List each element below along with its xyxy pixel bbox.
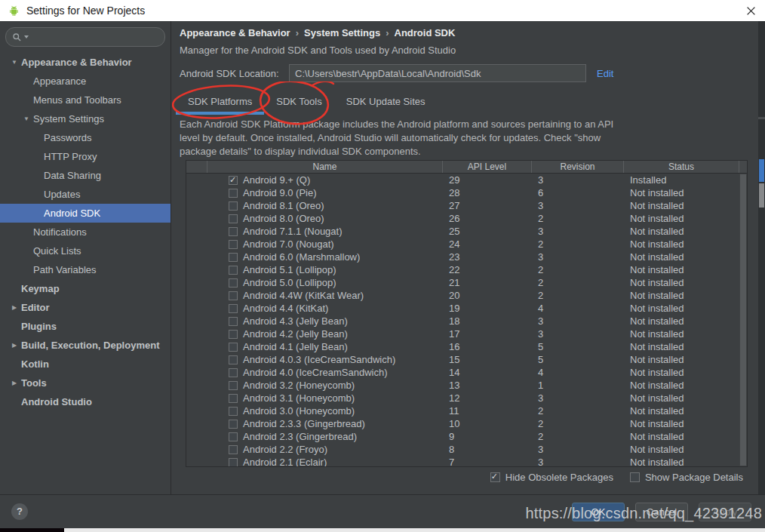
chevron-down-icon[interactable]: ▼	[8, 53, 21, 72]
tab-sdk-update-sites[interactable]: SDK Update Sites	[334, 91, 438, 115]
sidebar-item-plugins[interactable]: Plugins	[0, 317, 171, 336]
row-checkbox[interactable]	[229, 432, 238, 441]
breadcrumb-item[interactable]: Android SDK	[395, 27, 456, 38]
sidebar-item-editor[interactable]: ▶Editor	[0, 298, 171, 317]
row-checkbox[interactable]	[229, 201, 238, 211]
row-checkbox[interactable]	[229, 330, 238, 339]
table-row[interactable]: Android 5.0 (Lollipop)212Not installed	[186, 276, 747, 289]
row-checkbox[interactable]	[229, 394, 238, 403]
table-row[interactable]: Android 4.3 (Jelly Bean)183Not installed	[186, 315, 747, 328]
table-row[interactable]: Android 5.1 (Lollipop)222Not installed	[186, 263, 747, 276]
row-checkbox[interactable]	[229, 189, 238, 198]
breadcrumb-item[interactable]: System Settings	[304, 27, 380, 38]
table-scrollbar-thumb[interactable]	[740, 174, 746, 466]
row-checkbox[interactable]	[229, 458, 238, 467]
row-checkbox[interactable]	[229, 291, 238, 300]
row-checkbox[interactable]	[229, 343, 238, 352]
table-row[interactable]: Android 7.0 (Nougat)242Not installed	[186, 238, 747, 251]
option-hide-obsolete-packages[interactable]: Hide Obsolete Packages	[490, 472, 613, 483]
row-checkbox[interactable]	[229, 355, 238, 364]
column-header-api-level[interactable]: API Level	[443, 161, 532, 173]
chevron-right-icon[interactable]: ▶	[8, 298, 21, 317]
table-row[interactable]: Android 9.0 (Pie)286Not installed	[186, 186, 747, 199]
sidebar-item-android-studio[interactable]: Android Studio	[0, 392, 171, 411]
table-row[interactable]: Android 3.2 (Honeycomb)131Not installed	[186, 379, 747, 392]
search-input[interactable]	[5, 27, 165, 47]
sidebar-item-keymap[interactable]: Keymap	[0, 279, 171, 298]
column-header-revision[interactable]: Revision	[532, 161, 624, 173]
revision-cell: 1	[532, 380, 624, 391]
table-row[interactable]: Android 4.2 (Jelly Bean)173Not installed	[186, 328, 747, 340]
sidebar-item-tools[interactable]: ▶Tools	[0, 374, 171, 392]
apply-button[interactable]: Apply	[699, 503, 751, 521]
sidebar-item-build-execution-deployment[interactable]: ▶Build, Execution, Deployment	[0, 336, 171, 355]
sidebar-item-kotlin[interactable]: Kotlin	[0, 355, 171, 374]
row-checkbox[interactable]	[229, 407, 238, 416]
row-checkbox[interactable]	[229, 253, 238, 262]
panel-scrollbar-thumb[interactable]	[759, 183, 764, 208]
table-row[interactable]: Android 9.+ (Q)293Installed	[186, 174, 747, 186]
row-checkbox[interactable]	[229, 420, 238, 429]
column-header-status[interactable]: Status	[624, 161, 739, 173]
option-checkbox[interactable]	[490, 472, 500, 482]
row-checkbox[interactable]	[229, 227, 238, 236]
row-checkbox[interactable]	[229, 317, 238, 326]
table-row[interactable]: Android 6.0 (Marshmallow)233Not installe…	[186, 251, 747, 263]
row-checkbox[interactable]	[229, 381, 238, 390]
table-row[interactable]: Android 2.2 (Froyo)83Not installed	[186, 443, 747, 456]
row-checkbox[interactable]	[229, 266, 238, 275]
close-button[interactable]	[744, 4, 757, 17]
table-row[interactable]: Android 2.3.3 (Gingerbread)102Not instal…	[186, 417, 747, 430]
sidebar-item-updates[interactable]: Updates	[0, 185, 171, 204]
row-checkbox[interactable]	[229, 214, 238, 223]
chevron-right-icon[interactable]: ▶	[8, 374, 21, 392]
sidebar-item-notifications[interactable]: Notifications	[0, 223, 171, 241]
table-row[interactable]: Android 3.1 (Honeycomb)123Not installed	[186, 392, 747, 404]
tab-sdk-platforms[interactable]: SDK Platforms	[176, 91, 264, 115]
sidebar-item-menus-and-toolbars[interactable]: Menus and Toolbars	[0, 91, 171, 109]
chevron-right-icon[interactable]: ▶	[8, 336, 21, 355]
table-row[interactable]: Android 3.0 (Honeycomb)112Not installed	[186, 404, 747, 417]
sidebar-item-label: Menus and Toolbars	[33, 91, 121, 109]
sidebar-item-quick-lists[interactable]: Quick Lists	[0, 241, 171, 260]
panel-scrollbar[interactable]	[758, 21, 765, 494]
table-row[interactable]: Android 2.1 (Eclair)73Not installed	[186, 456, 747, 467]
search-filter-caret-icon[interactable]	[24, 35, 29, 38]
breadcrumb-item[interactable]: Appearance & Behavior	[180, 27, 290, 38]
help-button[interactable]: ?	[11, 503, 28, 520]
table-row[interactable]: Android 2.3 (Gingerbread)92Not installed	[186, 430, 747, 443]
breadcrumb-separator: ›	[296, 27, 299, 38]
sidebar-item-passwords[interactable]: Passwords	[0, 128, 171, 147]
chevron-down-icon[interactable]: ▼	[20, 109, 33, 128]
table-row[interactable]: Android 4.0.3 (IceCreamSandwich)155Not i…	[186, 353, 747, 366]
sidebar-item-android-sdk[interactable]: Android SDK	[0, 204, 171, 223]
table-row[interactable]: Android 8.1 (Oreo)273Not installed	[186, 199, 747, 212]
sidebar-item-system-settings[interactable]: ▼System Settings	[0, 109, 171, 128]
table-row[interactable]: Android 4.1 (Jelly Bean)165Not installed	[186, 340, 747, 353]
tab-sdk-tools[interactable]: SDK Tools	[264, 91, 333, 115]
option-show-package-details[interactable]: Show Package Details	[630, 472, 743, 483]
edit-link[interactable]: Edit	[597, 68, 613, 79]
sidebar-item-path-variables[interactable]: Path Variables	[0, 260, 171, 279]
option-label: Hide Obsolete Packages	[505, 472, 613, 483]
sdk-location-input[interactable]	[289, 64, 586, 82]
sidebar-item-http-proxy[interactable]: HTTP Proxy	[0, 147, 171, 166]
table-row[interactable]: Android 4.4W (KitKat Wear)202Not install…	[186, 289, 747, 302]
table-row[interactable]: Android 7.1.1 (Nougat)253Not installed	[186, 225, 747, 238]
ok-button[interactable]: OK	[572, 503, 625, 521]
table-row[interactable]: Android 4.4 (KitKat)194Not installed	[186, 302, 747, 315]
table-row[interactable]: Android 8.0 (Oreo)262Not installed	[186, 212, 747, 225]
row-checkbox[interactable]	[229, 278, 238, 288]
row-checkbox[interactable]	[229, 240, 238, 249]
cancel-button[interactable]: Cancel	[635, 503, 688, 521]
row-checkbox[interactable]	[229, 304, 238, 313]
row-checkbox[interactable]	[229, 368, 238, 377]
table-row[interactable]: Android 4.0 (IceCreamSandwich)144Not ins…	[186, 366, 747, 379]
sidebar-item-appearance[interactable]: Appearance	[0, 72, 171, 91]
sidebar-item-data-sharing[interactable]: Data Sharing	[0, 166, 171, 185]
column-header-name[interactable]: Name	[207, 161, 443, 173]
option-checkbox[interactable]	[630, 472, 640, 482]
row-checkbox[interactable]	[229, 176, 238, 185]
sidebar-item-appearance-behavior[interactable]: ▼Appearance & Behavior	[0, 53, 171, 72]
row-checkbox[interactable]	[229, 445, 238, 454]
